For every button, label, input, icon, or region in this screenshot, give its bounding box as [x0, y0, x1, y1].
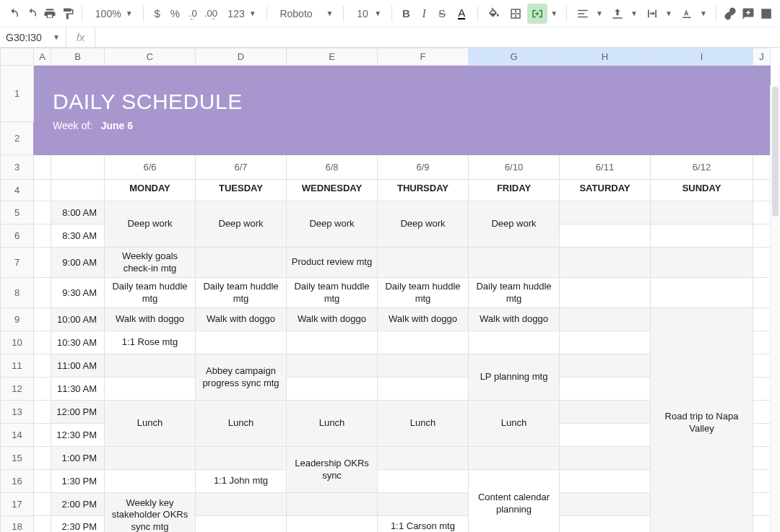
cell[interactable]: Daily team huddle mtg [105, 278, 196, 308]
column-header[interactable]: H [560, 48, 651, 66]
cell[interactable]: THURSDAY [378, 180, 469, 201]
cell[interactable] [378, 331, 469, 354]
cell[interactable]: Product review mtg [287, 248, 378, 278]
cell[interactable]: Leadership OKRs sync [287, 447, 378, 493]
cell[interactable] [287, 378, 378, 401]
name-box[interactable]: G30:I30 ▼ [0, 27, 66, 47]
cell[interactable]: Daily team huddle mtg [469, 278, 560, 308]
cell[interactable]: MONDAY [105, 180, 196, 201]
undo-button[interactable] [6, 4, 22, 24]
cell[interactable] [469, 331, 560, 354]
cell[interactable]: Lunch [287, 401, 378, 447]
cell[interactable] [560, 224, 651, 248]
select-all-corner[interactable] [1, 48, 34, 66]
insert-comment-button[interactable] [740, 4, 756, 24]
cell[interactable]: SUNDAY [651, 180, 753, 201]
decrease-decimal-button[interactable]: .0 ← [185, 4, 202, 24]
cell[interactable] [287, 354, 378, 378]
row-header[interactable]: 11 [1, 354, 34, 378]
cell[interactable]: 9:30 AM [51, 278, 105, 308]
cell[interactable]: Lunch [469, 401, 560, 447]
column-header[interactable]: D [196, 48, 287, 66]
cell[interactable]: 2:30 PM [51, 516, 105, 533]
cell[interactable]: Weekly key stakeholder OKRs sync mtg [105, 493, 196, 533]
text-color-button[interactable]: A [451, 4, 472, 24]
cell[interactable]: TUESDAY [196, 180, 287, 201]
fill-color-button[interactable] [484, 4, 504, 24]
cell[interactable] [378, 493, 469, 516]
column-header[interactable]: F [378, 48, 469, 66]
more-formats-combo[interactable]: 123 ▼ [220, 4, 260, 23]
row-header[interactable]: 18 [1, 516, 34, 533]
cell[interactable] [196, 331, 287, 354]
cell[interactable] [560, 201, 651, 224]
cell[interactable] [469, 248, 560, 278]
cell[interactable] [651, 248, 753, 278]
horizontal-align-button[interactable] [573, 4, 593, 24]
cell[interactable]: Daily team huddle mtg [196, 278, 287, 308]
cell[interactable] [378, 378, 469, 401]
row-header[interactable]: 9 [1, 308, 34, 331]
cell[interactable]: Walk with doggo [287, 308, 378, 331]
cell[interactable] [560, 308, 651, 331]
cell[interactable]: 8:00 AM [51, 201, 105, 224]
paint-format-button[interactable] [59, 4, 76, 24]
increase-decimal-button[interactable]: .00 → [203, 4, 220, 24]
cell[interactable] [196, 493, 287, 516]
cell[interactable]: Lunch [196, 401, 287, 447]
cell[interactable]: Daily team huddle mtg [287, 278, 378, 308]
cell[interactable]: Deep work [105, 201, 196, 248]
scrollbar-thumb[interactable] [772, 87, 779, 217]
cell[interactable]: LP planning mtg [469, 354, 560, 401]
font-size-combo[interactable]: 10 ▼ [350, 4, 386, 23]
cell[interactable] [105, 447, 196, 470]
column-header[interactable]: G [469, 48, 560, 66]
cell[interactable]: 6/10 [469, 155, 560, 180]
cell[interactable]: Deep work [378, 201, 469, 248]
cell[interactable] [287, 493, 378, 516]
vertical-align-dropdown[interactable]: ▼ [628, 4, 641, 24]
cell[interactable] [287, 331, 378, 354]
insert-link-button[interactable] [722, 4, 739, 24]
format-currency-button[interactable]: $ [149, 4, 165, 24]
cell[interactable]: WEDNESDAY [287, 180, 378, 201]
cell[interactable] [560, 470, 651, 493]
row-header[interactable]: 5 [1, 201, 34, 224]
cell[interactable]: 1:30 PM [51, 470, 105, 493]
cell[interactable] [560, 447, 651, 470]
cell[interactable]: Walk with doggo [378, 308, 469, 331]
column-header[interactable]: B [51, 48, 105, 66]
row-header[interactable]: 15 [1, 447, 34, 470]
insert-chart-button[interactable] [758, 4, 774, 24]
cell[interactable] [560, 401, 651, 424]
cell[interactable]: Content calendar planning [469, 470, 560, 533]
cell[interactable]: Deep work [287, 201, 378, 248]
text-rotation-dropdown[interactable]: ▼ [697, 4, 710, 24]
cell[interactable] [560, 516, 651, 533]
cell[interactable] [651, 278, 753, 308]
banner[interactable]: DAILY SCHEDULE Week of: June 6 [34, 66, 771, 155]
column-header[interactable]: C [105, 48, 196, 66]
cell[interactable]: Road trip to Napa Valley [651, 308, 753, 533]
cell[interactable] [560, 493, 651, 516]
row-header[interactable]: 12 [1, 378, 34, 401]
cell[interactable] [196, 447, 287, 470]
bold-button[interactable]: B [398, 4, 415, 24]
formula-input[interactable] [95, 27, 780, 47]
cell[interactable]: 10:00 AM [51, 308, 105, 331]
cell[interactable]: Abbey campaign progress sync mtg [196, 354, 287, 401]
column-header[interactable]: J [753, 48, 771, 66]
row-header[interactable]: 10 [1, 331, 34, 354]
cell[interactable]: 6/12 [651, 155, 753, 180]
vertical-align-button[interactable] [607, 4, 628, 24]
cell[interactable]: SATURDAY [560, 180, 651, 201]
cell[interactable]: 6/9 [378, 155, 469, 180]
strikethrough-button[interactable]: S [434, 4, 451, 24]
row-header[interactable]: 17 [1, 493, 34, 516]
cell[interactable]: Lunch [105, 401, 196, 447]
cell[interactable] [651, 201, 753, 224]
horizontal-align-dropdown[interactable]: ▼ [593, 4, 606, 24]
row-header[interactable]: 1 [1, 66, 34, 122]
row-header[interactable]: 13 [1, 401, 34, 424]
cell[interactable]: 6/11 [560, 155, 651, 180]
